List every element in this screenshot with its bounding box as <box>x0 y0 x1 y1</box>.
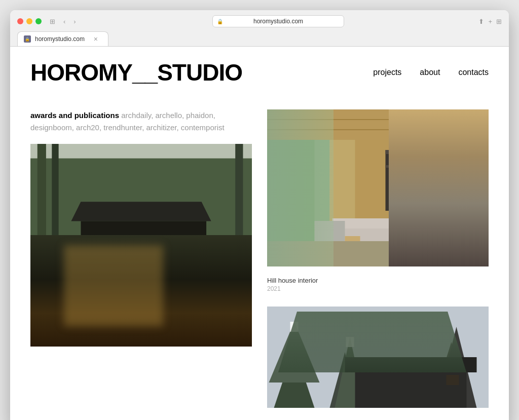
fullscreen-button[interactable] <box>35 18 42 24</box>
address-bar[interactable]: 🔒 horomystudio.com <box>212 15 344 27</box>
svg-rect-5 <box>129 279 163 303</box>
winter-cabin-photo <box>267 307 489 408</box>
svg-rect-7 <box>136 298 156 318</box>
svg-rect-18 <box>330 140 489 231</box>
right-column: Hill house interior 2021 <box>267 109 489 408</box>
svg-rect-19 <box>355 140 489 231</box>
svg-rect-40 <box>355 367 467 408</box>
svg-rect-22 <box>386 150 489 154</box>
site-header: HOROMY__STUDIO projects about contacts <box>10 47 509 94</box>
svg-rect-37 <box>346 337 354 347</box>
awards-publications: awards and publications archdaily, arche… <box>30 109 252 134</box>
project-year: 2021 <box>267 285 489 292</box>
share-icon[interactable]: ⬆ <box>478 18 484 25</box>
svg-rect-2 <box>81 221 206 317</box>
website-content: HOROMY__STUDIO projects about contacts a… <box>10 47 509 420</box>
tab-favicon: 🔒 <box>24 35 31 43</box>
svg-rect-34 <box>290 322 299 332</box>
back-button[interactable]: ‹ <box>61 17 67 26</box>
site-logo: HOROMY__STUDIO <box>30 61 242 84</box>
browser-chrome: ⊞ ‹ › 🔒 horomystudio.com ⬆ + ⊞ 🔒 horomys… <box>10 10 509 47</box>
svg-rect-41 <box>345 357 477 372</box>
left-column: awards and publications archdaily, arche… <box>30 109 252 408</box>
svg-rect-9 <box>38 144 46 347</box>
forward-button[interactable]: › <box>71 17 78 26</box>
browser-controls: ⊞ ‹ › <box>48 17 78 26</box>
project-image-dark-cabin[interactable] <box>30 144 252 347</box>
svg-rect-6 <box>168 281 192 303</box>
svg-rect-23 <box>386 165 489 168</box>
tab-bar: 🔒 horomystudio.com × <box>17 31 502 46</box>
svg-rect-25 <box>332 218 469 228</box>
awards-label: awards and publications <box>30 111 119 120</box>
site-main: awards and publications archdaily, arche… <box>10 94 509 420</box>
nav-contacts[interactable]: contacts <box>458 68 489 77</box>
nav-about[interactable]: about <box>420 68 440 77</box>
tab-close-button[interactable]: × <box>94 35 98 43</box>
svg-rect-42 <box>447 375 459 385</box>
project-title: Hill house interior <box>267 277 489 284</box>
svg-rect-10 <box>52 144 58 347</box>
svg-rect-1 <box>30 159 252 347</box>
svg-rect-13 <box>267 109 330 266</box>
sidebar-toggle-icon[interactable]: ⊞ <box>48 17 57 26</box>
interior-photo <box>267 109 489 266</box>
svg-rect-15 <box>267 109 489 140</box>
project-image-winter-cabin[interactable] <box>267 307 489 408</box>
svg-rect-8 <box>61 318 230 347</box>
minimize-button[interactable] <box>26 18 32 24</box>
svg-rect-20 <box>386 150 489 211</box>
dark-cabin-svg <box>30 144 252 347</box>
svg-rect-28 <box>267 241 489 266</box>
new-tab-icon[interactable]: + <box>488 18 492 25</box>
browser-window: ⊞ ‹ › 🔒 horomystudio.com ⬆ + ⊞ 🔒 horomys… <box>10 10 509 420</box>
project-image-interior[interactable] <box>267 109 489 266</box>
address-text: horomystudio.com <box>253 18 303 25</box>
winter-cabin-svg <box>267 307 489 408</box>
svg-rect-4 <box>93 279 122 303</box>
svg-rect-21 <box>401 155 482 196</box>
browser-actions: ⬆ + ⊞ <box>478 18 502 25</box>
site-nav: projects about contacts <box>373 68 489 77</box>
project-caption: Hill house interior 2021 <box>267 275 489 298</box>
browser-tab[interactable]: 🔒 horomystudio.com × <box>17 31 108 46</box>
dark-cabin-photo <box>30 144 252 347</box>
close-button[interactable] <box>17 18 23 24</box>
traffic-lights <box>17 18 42 24</box>
svg-marker-3 <box>71 202 211 221</box>
tabs-icon[interactable]: ⊞ <box>496 18 502 25</box>
svg-rect-14 <box>267 109 315 266</box>
svg-rect-11 <box>235 144 243 347</box>
interior-svg <box>267 109 489 266</box>
address-bar-container: 🔒 horomystudio.com <box>84 15 473 27</box>
nav-projects[interactable]: projects <box>373 68 401 77</box>
lock-icon: 🔒 <box>217 19 223 24</box>
tab-title: horomystudio.com <box>35 35 85 43</box>
